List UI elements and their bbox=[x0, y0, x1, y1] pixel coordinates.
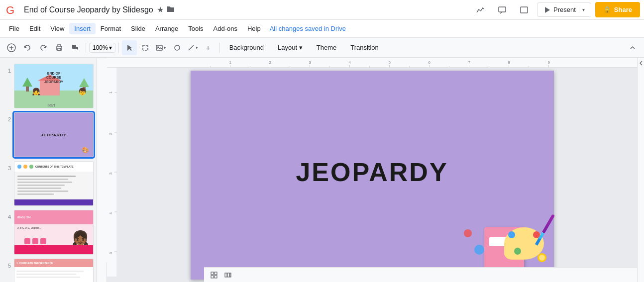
svg-text:6: 6 bbox=[429, 60, 431, 65]
svg-rect-67 bbox=[225, 273, 227, 277]
background-btn[interactable]: Background bbox=[223, 41, 270, 54]
title-bar: G End of Course Jeopardy by Slidesgo ★ bbox=[0, 0, 644, 20]
layout-btn[interactable]: Layout ▾ bbox=[271, 41, 309, 54]
grid-view-btn[interactable] bbox=[208, 269, 220, 281]
share-label: Share bbox=[614, 6, 632, 13]
svg-rect-69 bbox=[230, 273, 231, 277]
zoom-value: 100% bbox=[93, 44, 108, 51]
svg-rect-63 bbox=[211, 272, 214, 275]
svg-rect-12 bbox=[143, 45, 148, 50]
redo-btn[interactable] bbox=[36, 40, 51, 55]
zoom-control[interactable]: 100% ▾ bbox=[89, 43, 115, 53]
menu-insert[interactable]: Insert bbox=[69, 23, 96, 34]
svg-text:1: 1 bbox=[108, 91, 113, 94]
present-label: Present bbox=[553, 6, 576, 13]
slide-canvas[interactable]: JEOPARDY bbox=[191, 71, 554, 280]
slide-item-4[interactable]: 4 ENGLISH A-B-C-D-E, English... 👧🏾 bbox=[0, 208, 97, 257]
svg-text:4: 4 bbox=[108, 212, 113, 214]
svg-text:1: 1 bbox=[229, 60, 232, 65]
slide-item-5[interactable]: 5 1. COMPLETE THE SENTENCE bbox=[0, 257, 97, 282]
svg-rect-64 bbox=[215, 272, 217, 275]
zoom-chevron: ▾ bbox=[109, 44, 112, 51]
slide4-title-thumb: ENGLISH bbox=[17, 216, 31, 219]
slide-thumb-4[interactable]: ENGLISH A-B-C-D-E, English... 👧🏾 bbox=[14, 210, 94, 255]
line-btn[interactable] bbox=[186, 40, 201, 55]
slide-num-5: 5 bbox=[4, 263, 11, 269]
slide2-icon: 🎨 bbox=[82, 147, 89, 154]
google-logo: G bbox=[4, 2, 20, 18]
svg-rect-65 bbox=[211, 276, 214, 278]
svg-text:7: 7 bbox=[468, 60, 471, 65]
star-icon[interactable]: ★ bbox=[157, 5, 164, 14]
svg-rect-22 bbox=[191, 58, 554, 68]
menu-bar: File Edit View Insert Format Slide Arran… bbox=[0, 20, 644, 38]
toolbar: 100% ▾ + Background Layout ▾ Theme Trans… bbox=[0, 38, 644, 58]
slide3-title-thumb: CONTENTS OF THIS TEMPLATE bbox=[35, 165, 74, 168]
saved-text: All changes saved in Drive bbox=[270, 25, 346, 32]
editor-area: 1 2 3 4 5 6 7 8 9 bbox=[107, 58, 637, 282]
menu-view[interactable]: View bbox=[45, 23, 69, 34]
bottom-panel bbox=[204, 267, 637, 282]
slide-num-1: 1 bbox=[4, 68, 11, 74]
slide-item-2[interactable]: 2 JEOPARDY 🎨 bbox=[0, 110, 97, 159]
add-item-btn[interactable] bbox=[4, 40, 19, 55]
top-ruler: 1 2 3 4 5 6 7 8 9 bbox=[107, 58, 637, 68]
svg-marker-11 bbox=[127, 45, 132, 51]
slide-thumb-1[interactable]: END OFCOURSEJEOPARDY 👧 👦 Start bbox=[14, 64, 94, 108]
comment-icon-btn[interactable] bbox=[493, 1, 511, 19]
svg-point-16 bbox=[175, 45, 180, 50]
slide-item-1[interactable]: 1 END OFCOUR bbox=[0, 62, 97, 110]
svg-text:2: 2 bbox=[108, 132, 113, 135]
cursor-btn[interactable] bbox=[122, 40, 137, 55]
folder-icon[interactable] bbox=[167, 5, 175, 15]
shape-btn[interactable] bbox=[170, 40, 185, 55]
theme-btn[interactable]: Theme bbox=[310, 41, 343, 54]
slide-num-4: 4 bbox=[4, 214, 11, 220]
print-btn[interactable] bbox=[52, 40, 67, 55]
paint-format-btn[interactable] bbox=[68, 40, 83, 55]
image-btn[interactable] bbox=[154, 40, 169, 55]
menu-edit[interactable]: Edit bbox=[24, 23, 45, 34]
svg-marker-15 bbox=[164, 47, 166, 49]
transition-btn[interactable]: Transition bbox=[344, 41, 385, 54]
present-button[interactable]: Present ▾ bbox=[537, 2, 591, 17]
menu-help[interactable]: Help bbox=[242, 23, 266, 34]
divider-1 bbox=[86, 43, 86, 53]
document-title[interactable]: End of Course Jeopardy by Slidesgo bbox=[24, 5, 153, 14]
menu-file[interactable]: File bbox=[4, 23, 24, 34]
svg-rect-10 bbox=[72, 45, 76, 49]
menu-arrange[interactable]: Arrange bbox=[150, 23, 183, 34]
right-panel bbox=[637, 58, 644, 282]
svg-text:3: 3 bbox=[108, 172, 113, 175]
slide-thumb-5[interactable]: 1. COMPLETE THE SENTENCE bbox=[14, 259, 94, 282]
svg-rect-3 bbox=[521, 7, 528, 13]
svg-text:8: 8 bbox=[508, 60, 511, 65]
menu-slide[interactable]: Slide bbox=[126, 23, 150, 34]
collapse-toolbar-btn[interactable] bbox=[625, 40, 640, 55]
slides-icon-btn[interactable] bbox=[515, 1, 533, 19]
share-button[interactable]: 🔒 Share bbox=[595, 2, 640, 17]
svg-rect-68 bbox=[227, 273, 229, 277]
slide-thumb-2[interactable]: JEOPARDY 🎨 bbox=[14, 112, 94, 157]
layout-label: Layout bbox=[278, 44, 297, 51]
slide2-title-thumb: JEOPARDY bbox=[41, 133, 66, 137]
special-btn[interactable]: + bbox=[202, 40, 216, 55]
select-btn[interactable] bbox=[138, 40, 153, 55]
chart-icon-btn[interactable] bbox=[471, 1, 489, 19]
menu-tools[interactable]: Tools bbox=[183, 23, 208, 34]
slide-thumb-3[interactable]: CONTENTS OF THIS TEMPLATE bbox=[14, 161, 94, 206]
svg-text:+: + bbox=[206, 44, 210, 52]
canvas-area[interactable]: 1 2 3 4 5 JEOPARDY bbox=[107, 68, 637, 282]
filmstrip-view-btn[interactable] bbox=[222, 269, 234, 281]
slide-panel: 1 END OFCOUR bbox=[0, 58, 97, 282]
menu-format[interactable]: Format bbox=[96, 23, 126, 34]
divider-3 bbox=[219, 43, 220, 53]
menu-addons[interactable]: Add-ons bbox=[209, 23, 242, 34]
collapse-panel-btn[interactable] bbox=[639, 60, 644, 68]
svg-text:2: 2 bbox=[269, 60, 272, 65]
canvas-main-title: JEOPARDY bbox=[296, 157, 448, 187]
undo-btn[interactable] bbox=[20, 40, 35, 55]
present-arrow[interactable]: ▾ bbox=[579, 7, 585, 12]
slide-item-3[interactable]: 3 CONTENTS OF THIS TEMPLATE bbox=[0, 159, 97, 208]
svg-marker-4 bbox=[545, 7, 550, 13]
